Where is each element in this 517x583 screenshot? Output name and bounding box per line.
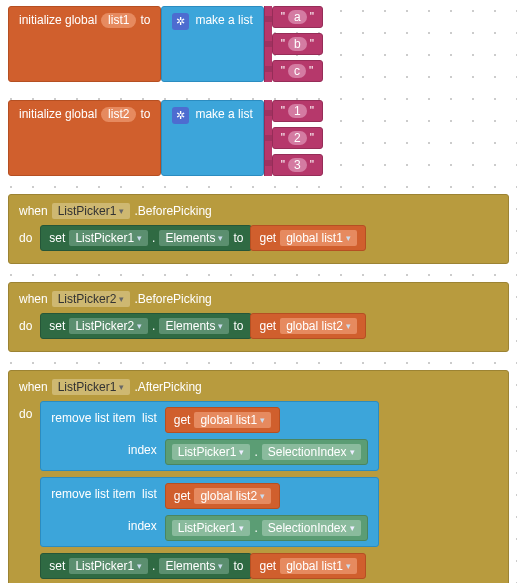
component-dropdown[interactable]: ListPicker1 (52, 203, 131, 219)
var-decl-block[interactable]: initialize global list2 to (8, 100, 161, 176)
text-item[interactable]: " 1 " (272, 100, 323, 122)
set-block[interactable]: set ListPicker2. Elements to (40, 313, 252, 339)
init-label: initialize global (19, 13, 97, 27)
do-label: do (19, 225, 32, 251)
var-dropdown[interactable]: global list2 (280, 318, 357, 334)
list-items: " a " " b " " c " (272, 6, 323, 82)
make-list-label: make a list (195, 107, 252, 121)
event-before-picking-1[interactable]: when ListPicker1 .BeforePicking do set L… (8, 194, 509, 264)
to-label: to (140, 107, 150, 121)
get-block[interactable]: get global list1 (250, 225, 365, 251)
do-label: do (19, 401, 32, 583)
make-list-block[interactable]: ✲ make a list (161, 100, 263, 176)
get-block[interactable]: get global list2 (165, 483, 280, 509)
text-item[interactable]: " a " (272, 6, 323, 28)
when-label: when (19, 292, 48, 306)
property-dropdown[interactable]: Elements (159, 230, 229, 246)
do-label: do (19, 313, 32, 339)
var-dropdown[interactable]: global list1 (194, 412, 271, 428)
remove-list-item-block[interactable]: remove list item list index get global l… (40, 401, 378, 471)
var-name[interactable]: list2 (101, 107, 136, 122)
property-get-block[interactable]: ListPicker1. SelectionIndex (165, 439, 368, 465)
component-dropdown[interactable]: ListPicker1 (172, 520, 251, 536)
event-after-picking-1[interactable]: when ListPicker1 .AfterPicking do remove… (8, 370, 509, 583)
set-elements-row[interactable]: set ListPicker1. Elements to get global … (40, 553, 378, 579)
property-dropdown[interactable]: SelectionIndex (262, 444, 361, 460)
var-dropdown[interactable]: global list2 (194, 488, 271, 504)
init-global-list2[interactable]: initialize global list2 to ✲ make a list… (8, 100, 509, 176)
socket-notches (264, 6, 272, 82)
property-dropdown[interactable]: Elements (159, 318, 229, 334)
init-label: initialize global (19, 107, 97, 121)
component-dropdown[interactable]: ListPicker1 (69, 230, 148, 246)
text-item[interactable]: " b " (272, 33, 323, 55)
gear-icon[interactable]: ✲ (172, 13, 189, 30)
init-global-list1[interactable]: initialize global list1 to ✲ make a list… (8, 6, 509, 82)
event-name: .BeforePicking (134, 292, 211, 306)
make-list-label: make a list (195, 13, 252, 27)
text-item[interactable]: " 3 " (272, 154, 323, 176)
list-items: " 1 " " 2 " " 3 " (272, 100, 323, 176)
property-get-block[interactable]: ListPicker1. SelectionIndex (165, 515, 368, 541)
var-dropdown[interactable]: global list1 (280, 558, 357, 574)
get-block[interactable]: get global list1 (250, 553, 365, 579)
make-list-block[interactable]: ✲ make a list (161, 6, 263, 82)
component-dropdown[interactable]: ListPicker1 (52, 379, 131, 395)
when-label: when (19, 204, 48, 218)
set-elements-row[interactable]: set ListPicker2. Elements to get global … (40, 313, 365, 339)
var-name[interactable]: list1 (101, 13, 136, 28)
set-block[interactable]: set ListPicker1. Elements to (40, 553, 252, 579)
property-dropdown[interactable]: SelectionIndex (262, 520, 361, 536)
component-dropdown[interactable]: ListPicker1 (69, 558, 148, 574)
var-decl-block[interactable]: initialize global list1 to (8, 6, 161, 82)
remove-list-item-block[interactable]: remove list item list index get global l… (40, 477, 378, 547)
to-label: to (140, 13, 150, 27)
event-name: .BeforePicking (134, 204, 211, 218)
get-block[interactable]: get global list1 (165, 407, 280, 433)
component-dropdown[interactable]: ListPicker1 (172, 444, 251, 460)
text-item[interactable]: " c " (272, 60, 323, 82)
socket-notches (264, 100, 272, 176)
gear-icon[interactable]: ✲ (172, 107, 189, 124)
var-dropdown[interactable]: global list1 (280, 230, 357, 246)
text-item[interactable]: " 2 " (272, 127, 323, 149)
component-dropdown[interactable]: ListPicker2 (69, 318, 148, 334)
event-before-picking-2[interactable]: when ListPicker2 .BeforePicking do set L… (8, 282, 509, 352)
event-name: .AfterPicking (134, 380, 201, 394)
when-label: when (19, 380, 48, 394)
get-block[interactable]: get global list2 (250, 313, 365, 339)
property-dropdown[interactable]: Elements (159, 558, 229, 574)
component-dropdown[interactable]: ListPicker2 (52, 291, 131, 307)
set-block[interactable]: set ListPicker1. Elements to (40, 225, 252, 251)
set-elements-row[interactable]: set ListPicker1. Elements to get global … (40, 225, 365, 251)
